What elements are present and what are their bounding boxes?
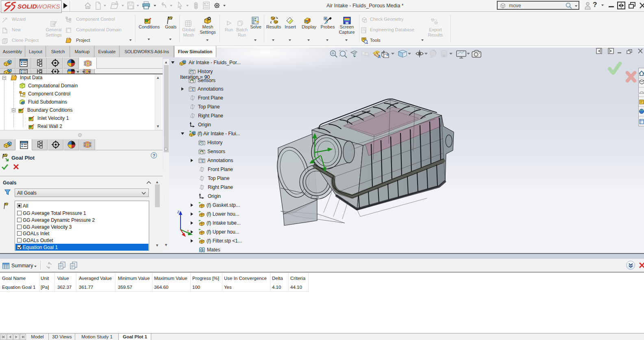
svg-text:WORKS: WORKS bbox=[36, 3, 60, 10]
svg-text:A: A bbox=[377, 54, 381, 59]
svg-text:SOLID: SOLID bbox=[17, 3, 37, 10]
svg-text:z: z bbox=[177, 210, 179, 214]
svg-text:x: x bbox=[187, 229, 189, 233]
